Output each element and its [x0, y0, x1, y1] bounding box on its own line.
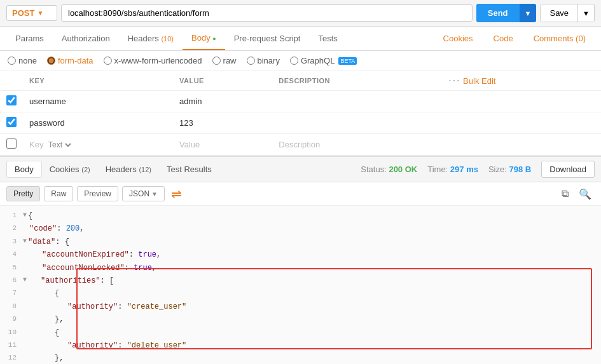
body-type-form-data[interactable]: form-data — [47, 56, 93, 65]
save-button[interactable]: Save — [541, 4, 577, 22]
body-type-none[interactable]: none — [8, 56, 37, 65]
response-tab-headers[interactable]: Headers (12) — [98, 161, 159, 177]
method-label: POST — [12, 8, 34, 18]
tab-authorization[interactable]: Authorization — [53, 27, 119, 50]
code-area: 1 ▼ { 2 "code": 200, 3 ▼ "data": { 4 "ac… — [0, 206, 601, 364]
row2-value: 123 — [173, 112, 272, 134]
format-json-button[interactable]: JSON ▼ — [122, 186, 165, 201]
status-ok: 200 OK — [389, 165, 417, 174]
kv-table: KEY VALUE DESCRIPTION ··· Bulk Edit user… — [0, 71, 601, 156]
size-label: Size: 798 B — [488, 165, 531, 174]
col-actions: ··· Bulk Edit — [442, 71, 601, 91]
code-line-10: 10 { — [0, 327, 601, 339]
status-size: 798 B — [509, 165, 531, 174]
response-tab-body[interactable]: Body — [6, 161, 42, 178]
view-raw-button[interactable]: Raw — [44, 186, 73, 201]
body-type-bar: none form-data x-www-form-urlencoded raw… — [0, 51, 601, 71]
beta-badge: BETA — [338, 57, 357, 65]
row1-checkbox[interactable] — [6, 95, 17, 105]
nav-tabs: Params Authorization Headers (10) Body ●… — [0, 27, 601, 51]
type-select[interactable]: Text — [46, 140, 73, 150]
row3-key: Key Text — [23, 134, 173, 156]
code-line-2: 2 "code": 200, — [0, 222, 601, 235]
save-button-group: Save ▼ — [540, 4, 595, 22]
response-tab-test-results[interactable]: Test Results — [159, 161, 219, 177]
status-time: 297 ms — [450, 165, 478, 174]
method-chevron-icon: ▼ — [37, 10, 43, 17]
nav-tabs-right: Cookies Code Comments (0) — [434, 27, 595, 50]
tab-params[interactable]: Params — [6, 27, 53, 50]
body-type-urlencoded[interactable]: x-www-form-urlencoded — [104, 56, 202, 65]
time-label: Time: 297 ms — [427, 165, 478, 174]
top-bar: POST ▼ Send ▼ Save ▼ — [0, 0, 601, 27]
row2-key: password — [23, 112, 173, 134]
send-dropdown-button[interactable]: ▼ — [520, 4, 537, 22]
send-button-group: Send ▼ — [476, 4, 537, 22]
tab-body[interactable]: Body ● — [183, 27, 225, 50]
bulk-edit-button[interactable]: Bulk Edit — [463, 76, 495, 86]
response-bar: Body Cookies (2) Headers (12) Test Resul… — [0, 156, 601, 182]
table-row-placeholder: Key Text Value Description — [0, 134, 601, 156]
row3-checkbox[interactable] — [6, 138, 17, 149]
row1-key: username — [23, 91, 173, 112]
col-description: DESCRIPTION — [272, 71, 442, 91]
body-type-raw[interactable]: raw — [212, 56, 237, 65]
code-line-6: 6 ▼ "authorities": [ — [0, 274, 601, 287]
row3-value: Value — [173, 134, 272, 156]
tab-pre-request-script[interactable]: Pre-request Script — [225, 27, 310, 50]
tab-tests[interactable]: Tests — [309, 27, 346, 50]
save-dropdown-button[interactable]: ▼ — [577, 4, 594, 22]
search-icon[interactable]: 🔍 — [576, 187, 595, 201]
row3-description: Description — [272, 134, 442, 156]
tab-code[interactable]: Code — [485, 27, 522, 50]
body-type-binary[interactable]: binary — [247, 56, 280, 65]
code-toolbar: Pretty Raw Preview JSON ▼ ⇌ ⧉ 🔍 — [0, 182, 601, 206]
col-key: KEY — [23, 71, 173, 91]
code-line-8: 8 "authority": "create_user" — [0, 300, 601, 313]
download-button[interactable]: Download — [541, 161, 595, 178]
code-line-5: 5 "accountNonLocked": true, — [0, 262, 601, 274]
method-selector[interactable]: POST ▼ — [6, 5, 57, 21]
wrap-button[interactable]: ⇌ — [169, 186, 184, 201]
code-line-9: 9 }, — [0, 313, 601, 326]
copy-icon[interactable]: ⧉ — [558, 187, 572, 201]
code-line-12: 12 }, — [0, 352, 601, 364]
code-line-11: 11 "authority": "delete_user" — [0, 339, 601, 352]
tab-cookies[interactable]: Cookies — [434, 27, 482, 50]
status-info: Status: 200 OK Time: 297 ms Size: 798 B … — [361, 161, 595, 178]
row2-description — [272, 112, 442, 134]
kv-table-wrapper: KEY VALUE DESCRIPTION ··· Bulk Edit user… — [0, 71, 601, 156]
more-options-button[interactable]: ··· — [448, 75, 460, 86]
url-input[interactable] — [61, 4, 473, 22]
send-button[interactable]: Send — [476, 4, 520, 22]
tab-comments[interactable]: Comments (0) — [525, 27, 595, 50]
col-value: VALUE — [173, 71, 272, 91]
table-row: password 123 — [0, 112, 601, 134]
row1-value: admin — [173, 91, 272, 112]
code-line-1: 1 ▼ { — [0, 210, 601, 222]
tab-headers[interactable]: Headers (10) — [119, 27, 183, 50]
code-line-7: 7 { — [0, 287, 601, 300]
code-line-4: 4 "accountNonExpired": true, — [0, 248, 601, 261]
format-chevron-icon: ▼ — [151, 191, 158, 198]
body-type-graphql[interactable]: GraphQLBETA — [290, 56, 357, 65]
table-row: username admin — [0, 91, 601, 112]
view-pretty-button[interactable]: Pretty — [6, 186, 40, 201]
code-line-3: 3 ▼ "data": { — [0, 236, 601, 248]
row1-description — [272, 91, 442, 112]
status-label: Status: 200 OK — [361, 165, 417, 174]
response-tab-cookies[interactable]: Cookies (2) — [42, 161, 98, 177]
row2-checkbox[interactable] — [6, 117, 17, 127]
code-tools-right: ⧉ 🔍 — [558, 187, 595, 201]
view-preview-button[interactable]: Preview — [77, 186, 118, 201]
